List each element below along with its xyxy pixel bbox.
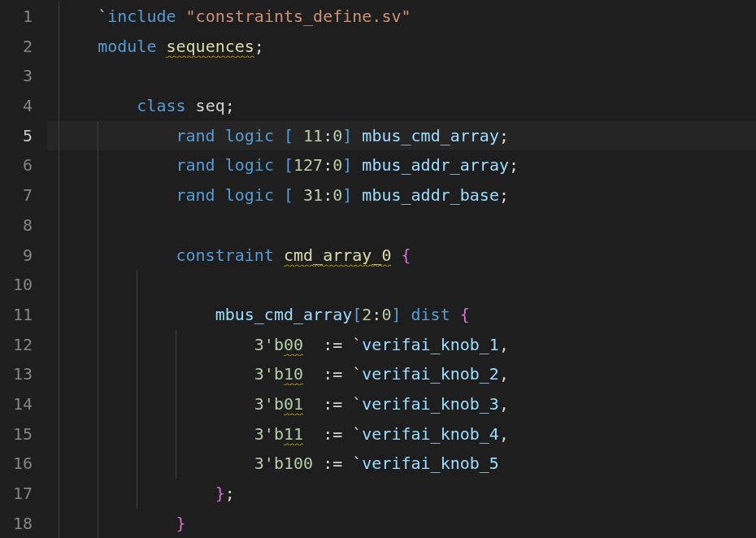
indent-guide: [98, 359, 98, 389]
token: 0: [332, 185, 342, 205]
token: :: [323, 126, 332, 145]
token: [391, 245, 401, 265]
token: }: [176, 514, 186, 533]
indent-guide: [137, 389, 137, 419]
token: [176, 7, 186, 26]
line-number: 3: [0, 61, 33, 91]
token: [: [284, 126, 293, 145]
line-number: 8: [0, 210, 33, 241]
indent-guide: [59, 419, 59, 449]
indent-guide: [176, 359, 176, 389]
code-content: 3'b00 := `verifai_knob_1,: [59, 335, 509, 356]
token: module: [98, 37, 156, 56]
token: [352, 126, 362, 145]
line-number: 5: [0, 121, 33, 151]
line-number: 4: [0, 91, 33, 121]
code-line[interactable]: module sequences;: [47, 32, 756, 62]
token: [186, 96, 196, 115]
indent-guide: [137, 300, 137, 330]
code-content: rand logic [ 11:0] mbus_cmd_array;: [59, 126, 509, 145]
line-number: 18: [0, 509, 33, 538]
indent-guide: [59, 389, 59, 419]
token: rand: [176, 155, 215, 175]
code-content: `include "constraints_define.sv": [59, 7, 411, 26]
line-number: 9: [0, 241, 33, 271]
token: ]: [342, 185, 352, 205]
token: [352, 185, 362, 205]
token: ;: [254, 37, 264, 56]
line-number: 7: [0, 180, 33, 210]
indent-guide: [98, 419, 98, 449]
indent-guide: [59, 121, 59, 151]
indent-guide: [59, 330, 59, 360]
token: include: [107, 7, 176, 26]
code-line[interactable]: [47, 210, 756, 241]
indent-guide: [59, 300, 59, 330]
token: ,: [499, 394, 509, 414]
indent-guide: [98, 509, 98, 538]
token: 11: [284, 424, 303, 445]
token: [215, 155, 225, 175]
code-line[interactable]: 3'b11 := `verifai_knob_4,: [47, 419, 756, 449]
token: 3'b: [254, 424, 284, 444]
token: 31: [293, 185, 323, 205]
code-line[interactable]: rand logic [ 11:0] mbus_cmd_array;: [47, 121, 756, 151]
token: ;: [225, 484, 235, 503]
indent-guide: [137, 419, 137, 449]
indent-guide: [59, 2, 59, 32]
indent-guide: [59, 91, 59, 121]
indent-guide: [59, 180, 59, 210]
token: 00: [284, 335, 303, 356]
code-area[interactable]: `include "constraints_define.sv" module …: [47, 0, 756, 538]
code-line[interactable]: mbus_cmd_array[2:0] dist {: [47, 300, 756, 330]
code-line[interactable]: [47, 61, 756, 91]
token: rand: [176, 185, 215, 205]
code-line[interactable]: }: [47, 509, 756, 538]
token: 3'b100: [254, 453, 313, 473]
indent-guide: [176, 419, 176, 449]
code-line[interactable]: 3'b01 := `verifai_knob_3,: [47, 389, 756, 419]
token: ]: [391, 305, 401, 324]
indent-guide: [98, 479, 98, 509]
token: 3'b: [254, 335, 284, 354]
indent-guide: [98, 330, 98, 360]
code-line[interactable]: rand logic [127:0] mbus_addr_array;: [47, 150, 756, 180]
token: ;: [509, 155, 519, 175]
code-line[interactable]: 3'b100 := `verifai_knob_5: [47, 449, 756, 479]
token: 3'b: [254, 364, 284, 384]
indent-guide: [59, 479, 59, 509]
token: [342, 453, 352, 473]
token: verifai_knob_2: [362, 364, 499, 384]
line-number: 12: [0, 330, 33, 360]
code-line[interactable]: };: [47, 479, 756, 509]
code-content: module sequences;: [59, 37, 264, 58]
indent-guide: [59, 359, 59, 389]
code-editor[interactable]: 123456789101112131415161718 `include "co…: [0, 0, 756, 538]
token: [274, 155, 284, 175]
token: verifai_knob_1: [362, 335, 499, 354]
code-line[interactable]: constraint cmd_array_0 {: [47, 241, 756, 271]
indent-guide: [98, 389, 98, 419]
indent-guide: [98, 241, 98, 271]
indent-guide: [59, 270, 59, 300]
token: [274, 245, 284, 265]
token: :=: [323, 394, 342, 414]
code-line[interactable]: 3'b00 := `verifai_knob_1,: [47, 330, 756, 360]
token: ,: [499, 335, 509, 354]
token: 3'b: [254, 394, 284, 414]
code-line[interactable]: 3'b10 := `verifai_knob_2,: [47, 359, 756, 389]
line-number: 10: [0, 270, 33, 300]
token: 0: [332, 155, 342, 175]
code-line[interactable]: rand logic [ 31:0] mbus_addr_base;: [47, 180, 756, 210]
line-number: 2: [0, 32, 33, 62]
code-line[interactable]: `include "constraints_define.sv": [47, 2, 756, 32]
code-line[interactable]: class seq;: [47, 91, 756, 121]
token: [274, 185, 284, 205]
token: [401, 305, 411, 324]
code-line[interactable]: [47, 270, 756, 300]
token: [313, 453, 323, 473]
token: {: [401, 245, 411, 265]
token: ,: [499, 424, 509, 444]
token: mbus_addr_base: [362, 185, 499, 205]
line-number: 1: [0, 2, 33, 32]
